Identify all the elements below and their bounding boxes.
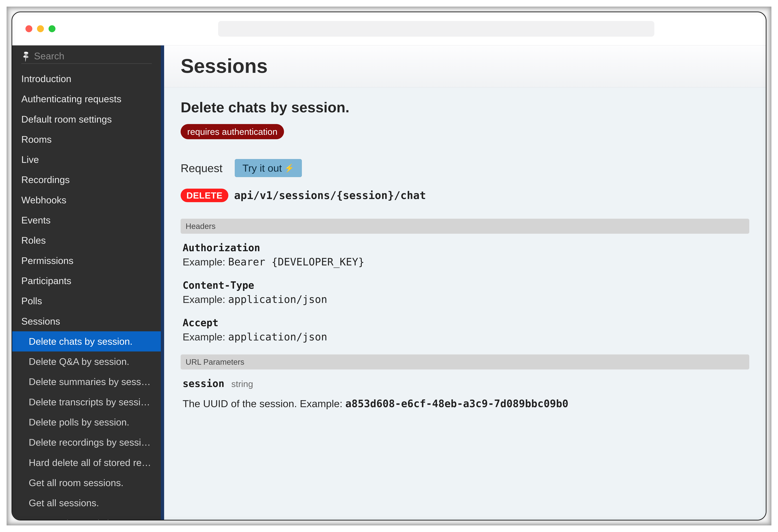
header-name: Accept — [182, 317, 219, 328]
bolt-icon: ⚡ — [284, 163, 294, 173]
header-name: Authorization — [182, 242, 260, 253]
sidebar-item[interactable]: Sessions — [12, 311, 161, 331]
sidebar-item[interactable]: Delete transcripts by session. — [12, 392, 161, 412]
endpoint-line: DELETE api/v1/sessions/{session}/chat — [181, 188, 749, 202]
header-block: AuthorizationExample: Bearer {DEVELOPER_… — [181, 242, 749, 268]
auth-badge: requires authentication — [181, 124, 284, 139]
http-method-badge: DELETE — [181, 188, 228, 202]
section-url-parameters: URL Parameters — [181, 355, 749, 370]
close-icon[interactable] — [25, 25, 32, 32]
try-it-out-button[interactable]: Try it out ⚡ — [235, 159, 302, 177]
page-title: Sessions — [181, 55, 749, 77]
sidebar-item[interactable]: Delete recordings by session. — [12, 432, 161, 452]
sidebar-item[interactable]: Recordings — [12, 170, 161, 190]
pin-icon: 📌 — [20, 50, 32, 62]
sidebar-item[interactable]: Authenticating requests — [12, 89, 161, 109]
endpoint-path: api/v1/sessions/{session}/chat — [234, 189, 426, 202]
sidebar-item[interactable]: Delete summaries by session. — [12, 372, 161, 392]
sidebar-item[interactable]: Get all sessions. — [12, 493, 161, 513]
header-example-value: application/json — [228, 293, 327, 305]
sidebar-item[interactable]: Delete chats by session. — [12, 331, 161, 352]
header-example: Example: application/json — [182, 293, 749, 305]
sidebar-item[interactable]: Get all room sessions. — [12, 473, 161, 493]
sidebar-item[interactable]: Get session statistics. — [12, 513, 161, 520]
sidebar-item[interactable]: Delete Q&A by session. — [12, 352, 161, 372]
request-label: Request — [181, 162, 222, 174]
address-bar[interactable] — [218, 21, 654, 37]
sidebar-nav: IntroductionAuthenticating requestsDefau… — [12, 69, 161, 520]
section-headers: Headers — [181, 219, 749, 234]
sidebar-item[interactable]: Events — [12, 210, 161, 230]
minimize-icon[interactable] — [37, 25, 44, 32]
endpoint-heading: Delete chats by session. — [181, 99, 749, 116]
url-param-block: sessionstringThe UUID of the session. Ex… — [181, 378, 749, 411]
header-example-value: Bearer {DEVELOPER_KEY} — [228, 256, 365, 268]
header-example: Example: application/json — [182, 331, 749, 343]
sidebar-item[interactable]: Hard delete all of stored reso… — [12, 453, 161, 473]
sidebar-item[interactable]: Introduction — [12, 69, 161, 89]
param-description: The UUID of the session. Example: a853d6… — [182, 396, 749, 411]
sidebar-item[interactable]: Polls — [12, 291, 161, 311]
divider — [21, 63, 152, 64]
header-example-value: application/json — [228, 331, 327, 343]
sidebar-item[interactable]: Rooms — [12, 129, 161, 149]
param-type: string — [231, 379, 253, 389]
sidebar-item[interactable]: Webhooks — [12, 190, 161, 210]
sidebar-item[interactable]: Roles — [12, 230, 161, 250]
param-name: session — [182, 378, 224, 389]
param-example-value: a853d608-e6cf-48eb-a3c9-7d089bbc09b0 — [345, 397, 568, 409]
titlebar — [12, 12, 766, 45]
sidebar: 📌 IntroductionAuthenticating requestsDef… — [12, 46, 164, 520]
sidebar-item[interactable]: Permissions — [12, 250, 161, 271]
header-block: Content-TypeExample: application/json — [181, 280, 749, 305]
sidebar-item[interactable]: Live — [12, 149, 161, 170]
sidebar-item[interactable]: Default room settings — [12, 109, 161, 129]
try-it-out-label: Try it out — [242, 162, 282, 174]
search-input[interactable] — [34, 50, 154, 62]
header-block: AcceptExample: application/json — [181, 317, 749, 343]
maximize-icon[interactable] — [49, 25, 56, 32]
page-title-bar: Sessions — [164, 46, 766, 87]
main-content: Sessions Delete chats by session. requir… — [164, 46, 766, 520]
window-controls — [25, 25, 56, 32]
header-name: Content-Type — [182, 280, 254, 291]
sidebar-item[interactable]: Delete polls by session. — [12, 412, 161, 432]
sidebar-item[interactable]: Participants — [12, 271, 161, 291]
browser-window: 📌 IntroductionAuthenticating requestsDef… — [12, 12, 766, 520]
header-example: Example: Bearer {DEVELOPER_KEY} — [182, 256, 749, 268]
